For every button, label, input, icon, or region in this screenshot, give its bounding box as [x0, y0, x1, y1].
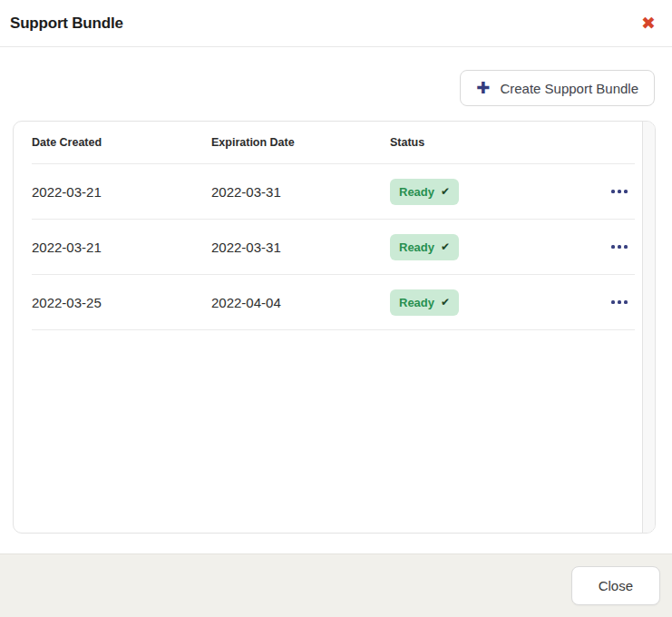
modal-footer: Close — [0, 553, 672, 617]
status-label: Ready — [399, 240, 434, 254]
status-badge: Ready ✔ — [390, 289, 459, 316]
toolbar: ✚ Create Support Bundle — [0, 70, 655, 106]
status-label: Ready — [399, 185, 434, 199]
create-support-bundle-button[interactable]: ✚ Create Support Bundle — [460, 70, 655, 106]
ellipsis-icon — [611, 245, 616, 250]
ellipsis-icon — [611, 300, 616, 305]
expiration-date-cell: 2022-04-04 — [211, 295, 390, 310]
column-header-status: Status — [390, 136, 577, 149]
support-bundle-table: Date Created Expiration Date Status 2022… — [14, 122, 642, 533]
scrollbar-track[interactable] — [642, 122, 655, 533]
ellipsis-icon — [611, 190, 616, 194]
status-badge: Ready ✔ — [390, 179, 459, 205]
check-icon: ✔ — [441, 241, 450, 252]
table-row: 2022-03-21 2022-03-31 Ready ✔ — [32, 220, 635, 275]
expiration-date-cell: 2022-03-31 — [211, 240, 390, 255]
date-created-cell: 2022-03-21 — [32, 240, 211, 255]
status-badge: Ready ✔ — [390, 234, 459, 260]
column-header-expiration-date: Expiration Date — [211, 136, 390, 149]
date-created-cell: 2022-03-21 — [32, 184, 211, 200]
support-bundle-table-card: Date Created Expiration Date Status 2022… — [13, 121, 656, 534]
page-title: Support Bundle — [10, 15, 123, 33]
create-support-bundle-label: Create Support Bundle — [500, 81, 638, 96]
close-button[interactable]: Close — [571, 566, 660, 605]
table-row: 2022-03-25 2022-04-04 Ready ✔ — [32, 275, 635, 330]
row-actions-button[interactable] — [609, 240, 630, 255]
column-header-date-created: Date Created — [32, 136, 211, 149]
row-actions-button[interactable] — [609, 184, 630, 200]
modal-header: Support Bundle ✖ — [0, 0, 672, 47]
status-label: Ready — [399, 296, 434, 309]
date-created-cell: 2022-03-25 — [32, 295, 211, 310]
row-actions-button[interactable] — [609, 295, 630, 310]
check-icon: ✔ — [441, 297, 450, 308]
close-icon[interactable]: ✖ — [638, 13, 659, 34]
table-header-row: Date Created Expiration Date Status — [32, 122, 635, 164]
table-row: 2022-03-21 2022-03-31 Ready ✔ — [32, 164, 635, 220]
check-icon: ✔ — [441, 186, 450, 197]
expiration-date-cell: 2022-03-31 — [211, 184, 390, 200]
plus-icon: ✚ — [476, 80, 490, 96]
